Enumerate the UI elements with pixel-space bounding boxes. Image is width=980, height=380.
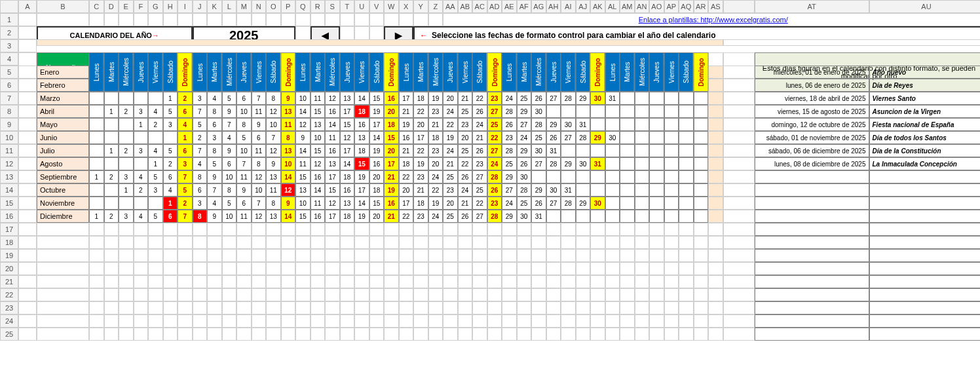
col-header-N[interactable]: N (252, 0, 267, 13)
day-julio-7[interactable]: 7 (193, 144, 208, 157)
col-header-AP[interactable]: AP (664, 0, 679, 13)
day-julio-18[interactable]: 18 (354, 144, 369, 157)
day-marzo-5[interactable]: 5 (222, 92, 237, 105)
day-julio-12[interactable]: 12 (266, 144, 281, 157)
day-diciembre-13[interactable]: 13 (266, 210, 281, 223)
day-noviembre-5[interactable]: 5 (222, 197, 237, 210)
day-abril-21[interactable]: 21 (399, 105, 414, 118)
day-agosto-19[interactable]: 19 (413, 157, 428, 170)
day-mayo-13[interactable]: 13 (311, 118, 326, 131)
col-header-D[interactable]: D (104, 0, 119, 13)
day-abril-29[interactable]: 29 (517, 105, 532, 118)
day-noviembre-27[interactable]: 27 (546, 197, 561, 210)
day-mayo-24[interactable]: 24 (472, 118, 487, 131)
col-header-Y[interactable]: Y (413, 0, 428, 13)
day-agosto-5[interactable]: 5 (207, 157, 222, 170)
row-header-17[interactable]: 17 (0, 223, 18, 236)
day-abril-19[interactable]: 19 (369, 105, 385, 118)
day-mayo-17[interactable]: 17 (369, 118, 385, 131)
day-marzo-6[interactable]: 6 (236, 92, 252, 105)
day-noviembre-20[interactable]: 20 (443, 197, 458, 210)
day-abril-25[interactable]: 25 (458, 105, 473, 118)
day-abril-5[interactable]: 5 (163, 105, 178, 118)
day-octubre-5[interactable]: 5 (178, 183, 193, 197)
row-header-18[interactable]: 18 (0, 236, 18, 249)
day-junio-7[interactable]: 7 (266, 131, 281, 144)
day-mayo-5[interactable]: 5 (193, 118, 208, 131)
day-julio-26[interactable]: 26 (472, 144, 487, 157)
day-noviembre-10[interactable]: 10 (295, 197, 311, 210)
day-marzo-25[interactable]: 25 (517, 92, 532, 105)
day-octubre-21[interactable]: 21 (413, 183, 428, 197)
day-noviembre-3[interactable]: 3 (193, 197, 208, 210)
day-octubre-6[interactable]: 6 (193, 183, 208, 197)
day-noviembre-4[interactable]: 4 (207, 197, 222, 210)
day-mayo-11[interactable]: 11 (281, 118, 296, 131)
day-mayo-30[interactable]: 30 (561, 118, 576, 131)
day-diciembre-12[interactable]: 12 (252, 210, 267, 223)
day-septiembre-30[interactable]: 30 (517, 170, 532, 183)
day-octubre-29[interactable]: 29 (531, 183, 546, 197)
day-septiembre-7[interactable]: 7 (178, 170, 193, 183)
day-octubre-2[interactable]: 2 (134, 183, 149, 197)
day-septiembre-18[interactable]: 18 (340, 170, 355, 183)
day-marzo-28[interactable]: 28 (561, 92, 576, 105)
col-header-E[interactable]: E (119, 0, 134, 13)
day-septiembre-26[interactable]: 26 (458, 170, 473, 183)
day-abril-26[interactable]: 26 (472, 105, 487, 118)
col-header-AC[interactable]: AC (472, 0, 487, 13)
col-header-K[interactable]: K (207, 0, 222, 13)
day-julio-1[interactable]: 1 (104, 144, 119, 157)
day-agosto-16[interactable]: 16 (369, 157, 385, 170)
col-header-S[interactable]: S (325, 0, 340, 13)
day-julio-28[interactable]: 28 (502, 144, 517, 157)
day-julio-23[interactable]: 23 (428, 144, 443, 157)
day-junio-25[interactable]: 25 (531, 131, 546, 144)
row-header-7[interactable]: 7 (0, 92, 18, 105)
day-diciembre-9[interactable]: 9 (207, 210, 222, 223)
day-julio-14[interactable]: 14 (295, 144, 311, 157)
day-noviembre-24[interactable]: 24 (502, 197, 517, 210)
day-diciembre-8[interactable]: 8 (193, 210, 208, 223)
col-header-AF[interactable]: AF (517, 0, 532, 13)
day-septiembre-10[interactable]: 10 (222, 170, 237, 183)
day-noviembre-2[interactable]: 2 (178, 197, 193, 210)
day-octubre-16[interactable]: 16 (340, 183, 355, 197)
col-header-L[interactable]: L (222, 0, 237, 13)
day-agosto-25[interactable]: 25 (502, 157, 517, 170)
day-julio-19[interactable]: 19 (369, 144, 385, 157)
day-agosto-14[interactable]: 14 (340, 157, 355, 170)
day-mayo-16[interactable]: 16 (354, 118, 369, 131)
col-header-AL[interactable]: AL (605, 0, 620, 13)
day-septiembre-15[interactable]: 15 (295, 170, 311, 183)
day-junio-6[interactable]: 6 (252, 131, 267, 144)
day-septiembre-4[interactable]: 4 (134, 170, 149, 183)
day-diciembre-23[interactable]: 23 (413, 210, 428, 223)
day-abril-30[interactable]: 30 (531, 105, 546, 118)
day-octubre-17[interactable]: 17 (354, 183, 369, 197)
day-marzo-29[interactable]: 29 (576, 92, 591, 105)
day-diciembre-3[interactable]: 3 (119, 210, 134, 223)
day-abril-16[interactable]: 16 (325, 105, 340, 118)
day-noviembre-21[interactable]: 21 (458, 197, 473, 210)
day-septiembre-19[interactable]: 19 (354, 170, 369, 183)
col-header-AU[interactable]: AU (869, 0, 981, 13)
day-septiembre-28[interactable]: 28 (487, 170, 502, 183)
day-octubre-13[interactable]: 13 (295, 183, 311, 197)
row-header-20[interactable]: 20 (0, 262, 18, 275)
col-header-AD[interactable]: AD (487, 0, 502, 13)
day-octubre-24[interactable]: 24 (458, 183, 473, 197)
day-mayo-3[interactable]: 3 (163, 118, 178, 131)
col-header-AM[interactable]: AM (620, 0, 635, 13)
day-julio-21[interactable]: 21 (399, 144, 414, 157)
day-noviembre-14[interactable]: 14 (354, 197, 369, 210)
col-header-O[interactable]: O (266, 0, 281, 13)
day-octubre-7[interactable]: 7 (207, 183, 222, 197)
day-marzo-22[interactable]: 22 (472, 92, 487, 105)
row-header-22[interactable]: 22 (0, 288, 18, 301)
day-junio-16[interactable]: 16 (399, 131, 414, 144)
day-octubre-1[interactable]: 1 (119, 183, 134, 197)
day-diciembre-7[interactable]: 7 (178, 210, 193, 223)
day-mayo-26[interactable]: 26 (502, 118, 517, 131)
day-agosto-26[interactable]: 26 (517, 157, 532, 170)
